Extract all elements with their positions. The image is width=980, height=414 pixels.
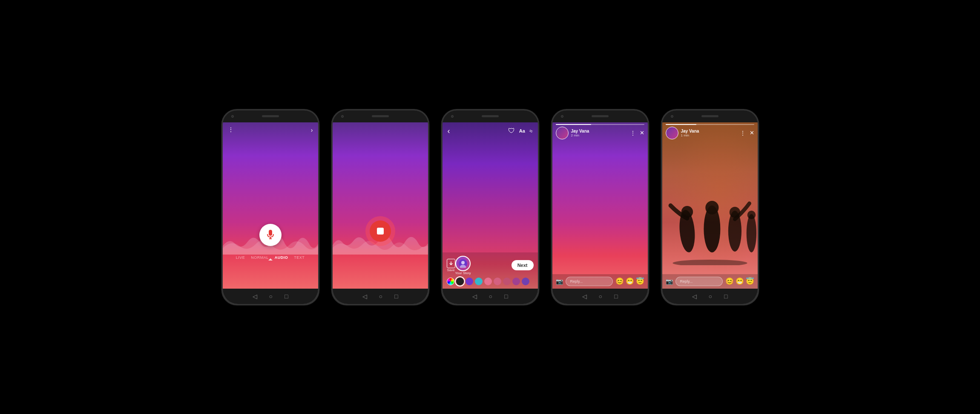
nav-back-icon-3[interactable]: ◁ <box>472 293 477 299</box>
your-story-label: Your Story <box>455 271 471 275</box>
emoji-grin-4[interactable]: 😁 <box>626 277 634 285</box>
story-actions-row: Save Your Story <box>447 256 534 275</box>
nav-back-icon[interactable]: ◁ <box>253 293 257 299</box>
phone-4-camera <box>561 115 563 118</box>
story-progress-fill-5 <box>666 124 697 125</box>
reply-input-5[interactable]: Reply... <box>675 277 723 286</box>
story-progress-fill <box>556 124 591 125</box>
mic-button[interactable] <box>259 224 282 246</box>
color-rose[interactable] <box>494 278 501 285</box>
save-section[interactable]: Save <box>447 259 455 272</box>
tab-live[interactable]: LIVE <box>236 255 245 260</box>
stop-icon <box>377 228 384 235</box>
color-black[interactable] <box>456 278 464 285</box>
user-time-4: 2 min <box>571 133 589 137</box>
phone-4-speaker <box>592 115 609 117</box>
nav-home-icon-5[interactable]: ○ <box>709 293 712 299</box>
color-wheel-icon[interactable] <box>447 278 454 285</box>
phone-4-top <box>552 110 648 122</box>
story-editor-top-bar: ‹ 🛡 Aa ≈ <box>443 127 538 136</box>
nav-home-icon-4[interactable]: ○ <box>599 293 602 299</box>
reply-input-4[interactable]: Reply... <box>566 277 613 286</box>
user-name-4: Jay Vana <box>571 129 589 133</box>
story-viewer-controls-5: ⋮ ✕ <box>740 130 754 136</box>
close-icon-4[interactable]: ✕ <box>640 130 644 136</box>
emoji-halo-5[interactable]: 😇 <box>746 277 754 285</box>
color-violet[interactable] <box>512 278 520 285</box>
color-cyan[interactable] <box>475 278 483 285</box>
emoji-row-5: 😊 😁 😇 <box>725 277 754 285</box>
mic-button-container <box>259 224 282 246</box>
more-options-icon-5[interactable]: ⋮ <box>740 130 746 136</box>
emoji-smile-4[interactable]: 😊 <box>615 277 624 285</box>
emoji-row-4: 😊 😁 😇 <box>615 277 644 285</box>
svg-marker-3 <box>268 258 273 261</box>
phone-4-bottom: ◁ ○ □ <box>552 289 648 304</box>
close-icon-5[interactable]: ✕ <box>750 130 754 136</box>
nav-recents-icon-3[interactable]: □ <box>504 293 508 299</box>
phone-2-camera <box>341 115 344 118</box>
story-viewer-bottom-bar-5: 📷 Reply... 😊 😁 😇 <box>662 274 758 289</box>
phone-1-screen: ⋮ › <box>223 122 318 289</box>
emoji-grin-5[interactable]: 😁 <box>736 277 744 285</box>
menu-icon[interactable]: ⋮ <box>228 127 234 133</box>
phone-3: ‹ 🛡 Aa ≈ <box>441 109 539 305</box>
color-pink[interactable] <box>484 278 492 285</box>
phone-1-bottom: ◁ ○ □ <box>223 289 318 304</box>
user-name-5: Jay Vana <box>681 129 699 133</box>
color-palette <box>447 278 534 285</box>
text-button[interactable]: Aa <box>519 128 525 133</box>
next-button[interactable]: Next <box>512 260 534 270</box>
user-details: Jay Vana 2 min <box>571 129 589 137</box>
nav-home-icon-3[interactable]: ○ <box>489 293 492 299</box>
story-viewer-top-bar: Jay Vana 2 min ⋮ ✕ <box>552 127 648 139</box>
color-dark-rose[interactable] <box>503 278 511 285</box>
camera-icon-5[interactable]: 📷 <box>666 278 673 285</box>
nav-back-icon-4[interactable]: ◁ <box>582 293 587 299</box>
story-avatar <box>455 256 471 271</box>
back-button[interactable]: ‹ <box>448 127 450 136</box>
user-avatar-4 <box>556 127 569 139</box>
user-avatar-5 <box>666 127 678 139</box>
nav-home-icon[interactable]: ○ <box>269 293 273 299</box>
save-label: Save <box>447 268 454 272</box>
nav-home-icon-2[interactable]: ○ <box>379 293 382 299</box>
story-progress-bar-5 <box>666 124 754 125</box>
color-indigo[interactable] <box>522 278 529 285</box>
phones-container: ⋮ › <box>196 92 785 322</box>
nav-recents-icon-4[interactable]: □ <box>614 293 618 299</box>
nav-recents-icon[interactable]: □ <box>285 293 288 299</box>
your-story-section[interactable]: Your Story <box>455 256 471 275</box>
phone-4: Jay Vana 2 min ⋮ ✕ 📷 Reply... 😊 😁 😇 <box>551 109 649 305</box>
story-viewer-top-bar-5: Jay Vana 1 min ⋮ ✕ <box>662 127 758 139</box>
phone-3-top <box>443 110 538 122</box>
user-info-5: Jay Vana 1 min <box>666 127 699 139</box>
nav-recents-icon-5[interactable]: □ <box>724 293 727 299</box>
tab-text[interactable]: TEXT <box>294 255 305 260</box>
tab-audio[interactable]: AUDIO <box>275 255 288 260</box>
sticker-button-icon[interactable]: 🛡 <box>508 127 515 135</box>
nav-back-icon-2[interactable]: ◁ <box>362 293 367 299</box>
active-tab-indicator <box>268 258 273 261</box>
emoji-smile-5[interactable]: 😊 <box>725 277 734 285</box>
camera-icon-4[interactable]: 📷 <box>556 278 563 285</box>
user-time-5: 1 min <box>681 133 699 137</box>
phone-5-bottom: ◁ ○ □ <box>662 289 758 304</box>
story-progress-bar <box>556 124 644 125</box>
phone-3-screen: ‹ 🛡 Aa ≈ <box>443 122 538 289</box>
phone-2: ◁ ○ □ <box>331 109 429 305</box>
mic-icon <box>267 230 274 240</box>
draw-button-icon[interactable]: ≈ <box>528 127 534 135</box>
tab-normal[interactable]: NORMAL <box>251 255 269 260</box>
phone-5-camera <box>671 115 673 118</box>
more-options-icon-4[interactable]: ⋮ <box>630 130 636 136</box>
nav-back-icon-5[interactable]: ◁ <box>692 293 697 299</box>
color-purple[interactable] <box>466 278 473 285</box>
story-viewer-controls: ⋮ ✕ <box>630 130 644 136</box>
nav-recents-icon-2[interactable]: □ <box>394 293 398 299</box>
next-icon[interactable]: › <box>311 127 313 133</box>
emoji-halo-4[interactable]: 😇 <box>636 277 644 285</box>
record-stop-button[interactable] <box>370 220 391 242</box>
phone-3-camera <box>451 115 454 118</box>
avatar-story-icon <box>459 259 467 268</box>
